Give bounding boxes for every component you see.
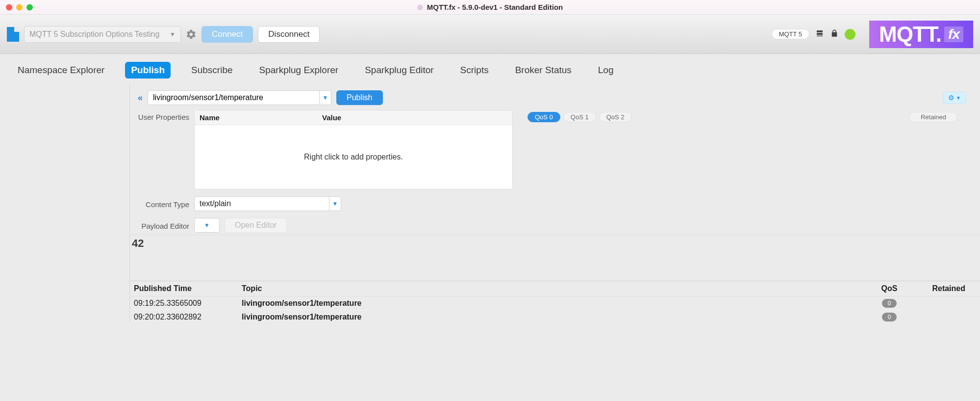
content-type-label: Content Type <box>138 199 189 209</box>
window-controls <box>6 4 33 10</box>
history-col-topic: Topic <box>238 281 857 296</box>
close-window-button[interactable] <box>6 4 12 10</box>
new-profile-icon[interactable] <box>7 27 19 42</box>
qos-1-chip[interactable]: QoS 1 <box>563 112 596 122</box>
publish-options-button[interactable]: ⚙▼ <box>943 92 966 104</box>
connection-status-indicator <box>845 29 855 40</box>
lock-icon[interactable] <box>830 29 839 40</box>
history-col-time: Published Time <box>130 281 238 296</box>
qos-2-chip[interactable]: QoS 2 <box>599 112 632 122</box>
user-properties-col-name: Name <box>200 113 322 122</box>
payload-editor-select[interactable]: ▼ <box>194 218 220 233</box>
content-type-dropdown-button[interactable]: ▼ <box>329 197 341 211</box>
protocol-badge: MQTT 5 <box>772 29 809 39</box>
content-type-combo[interactable]: text/plain ▼ <box>194 196 341 211</box>
tab-namespace-explorer[interactable]: Namespace Explorer <box>12 62 110 79</box>
window-title-icon <box>417 4 423 10</box>
topic-dropdown-button[interactable]: ▼ <box>319 91 331 105</box>
tab-subscribe[interactable]: Subscribe <box>185 62 239 79</box>
disconnect-button[interactable]: Disconnect <box>258 26 320 43</box>
user-properties-col-value: Value <box>322 113 341 122</box>
broker-icon[interactable] <box>815 29 824 40</box>
chevron-down-icon: ▼ <box>170 31 176 38</box>
tab-broker-status[interactable]: Broker Status <box>509 62 578 79</box>
main-tabs: Namespace Explorer Publish Subscribe Spa… <box>0 54 980 83</box>
publish-history-table: Published Time Topic QoS Retained 09:19:… <box>130 281 980 323</box>
brand-logo: MQTT.fx <box>869 21 973 48</box>
history-cell-qos: 0 <box>857 310 921 324</box>
history-cell-retained <box>921 296 980 310</box>
brand-main-text: MQTT. <box>879 22 941 47</box>
svg-point-0 <box>818 31 819 32</box>
tab-log[interactable]: Log <box>592 62 620 79</box>
content-type-value: text/plain <box>195 197 329 211</box>
svg-point-1 <box>818 33 819 34</box>
connect-button[interactable]: Connect <box>201 26 253 43</box>
qos-selector: QoS 0 QoS 1 QoS 2 <box>528 112 632 122</box>
retained-chip[interactable]: Retained <box>909 112 957 122</box>
topic-combo[interactable]: ▼ <box>148 90 331 105</box>
history-cell-time: 09:19:25.33565009 <box>130 296 238 310</box>
chevron-down-icon: ▼ <box>956 95 961 101</box>
user-properties-label: User Properties <box>138 110 189 121</box>
open-editor-button[interactable]: Open Editor <box>225 218 287 233</box>
history-cell-topic: livingroom/sensor1/temperature <box>238 296 857 310</box>
connection-profile-select[interactable]: MQTT 5 Subscription Options Testing ▼ <box>24 26 181 43</box>
minimize-window-button[interactable] <box>16 4 23 10</box>
user-properties-empty-text: Right click to add properties. <box>195 125 512 189</box>
history-row[interactable]: 09:19:25.33565009livingroom/sensor1/temp… <box>130 296 980 310</box>
tab-scripts[interactable]: Scripts <box>454 62 495 79</box>
window-titlebar: MQTT.fx - 5.9.0-dev1 - Standard Edition <box>0 0 980 15</box>
history-cell-topic: livingroom/sensor1/temperature <box>238 310 857 324</box>
collapse-left-icon[interactable]: « <box>138 93 143 103</box>
maximize-window-button[interactable] <box>26 4 33 10</box>
settings-gear-icon[interactable] <box>186 29 197 40</box>
history-col-retained: Retained <box>921 281 980 296</box>
history-cell-qos: 0 <box>857 296 921 310</box>
left-side-panel <box>0 83 130 323</box>
tab-publish[interactable]: Publish <box>125 62 171 79</box>
history-cell-retained <box>921 310 980 324</box>
gears-icon: ⚙ <box>948 94 955 102</box>
brand-sub-text: fx <box>944 27 963 42</box>
user-properties-table[interactable]: Name Value Right click to add properties… <box>194 110 513 189</box>
connection-profile-name: MQTT 5 Subscription Options Testing <box>29 30 159 39</box>
status-icons: MQTT 5 <box>772 29 855 40</box>
publish-panel: « ▼ Publish ⚙▼ User Properties Name Valu… <box>0 83 980 323</box>
window-title: MQTT.fx - 5.9.0-dev1 - Standard Edition <box>417 3 563 11</box>
payload-editor-label: Payload Editor <box>138 221 189 230</box>
history-row[interactable]: 09:20:02.33602892livingroom/sensor1/temp… <box>130 310 980 324</box>
tab-sparkplug-explorer[interactable]: Sparkplug Explorer <box>253 62 345 79</box>
window-title-text: MQTT.fx - 5.9.0-dev1 - Standard Edition <box>427 3 563 11</box>
payload-textarea[interactable]: 42 <box>130 235 980 281</box>
topic-input[interactable] <box>148 93 319 102</box>
publish-topic-row: « ▼ Publish ⚙▼ <box>130 83 980 105</box>
publish-button[interactable]: Publish <box>336 90 382 105</box>
history-col-qos: QoS <box>857 281 921 296</box>
tab-sparkplug-editor[interactable]: Sparkplug Editor <box>359 62 439 79</box>
history-cell-time: 09:20:02.33602892 <box>130 310 238 324</box>
connection-toolbar: MQTT 5 Subscription Options Testing ▼ Co… <box>0 15 980 54</box>
qos-0-chip[interactable]: QoS 0 <box>528 112 560 122</box>
